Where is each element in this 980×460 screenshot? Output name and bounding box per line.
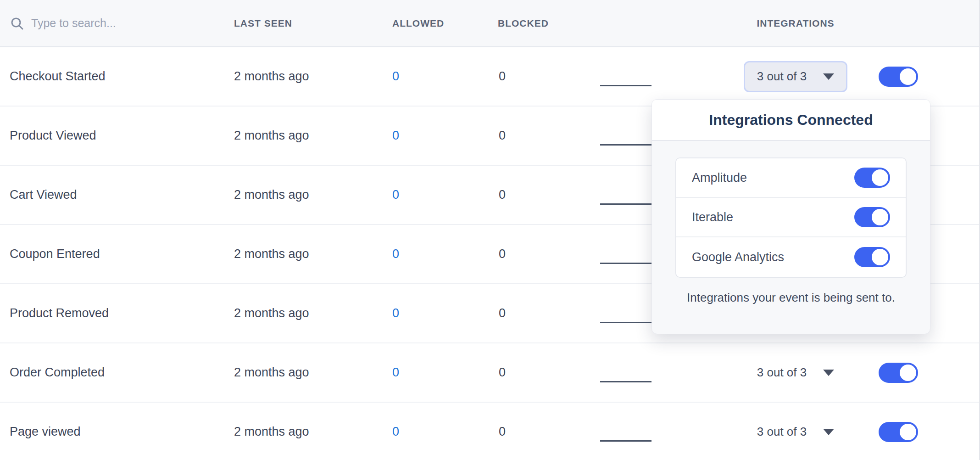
blocked-count: 0 <box>498 188 600 202</box>
integrations-dropdown[interactable]: 3 out of 3 <box>744 357 847 388</box>
blocked-count: 0 <box>498 306 600 320</box>
blocked-count: 0 <box>498 425 600 439</box>
empty-value-dash <box>600 203 651 205</box>
integration-name: Google Analytics <box>692 250 784 264</box>
blocked-count: 0 <box>498 129 600 143</box>
chevron-down-icon <box>823 370 834 376</box>
empty-value-dash <box>600 322 651 323</box>
popover-description: Integrations your event is being sent to… <box>667 291 915 305</box>
last-seen-value: 2 months ago <box>234 306 392 320</box>
integration-enabled-toggle[interactable] <box>854 247 890 267</box>
event-enabled-toggle[interactable] <box>879 67 918 87</box>
empty-value-dash <box>600 85 651 86</box>
event-name: Product Viewed <box>0 129 234 143</box>
integration-name: Iterable <box>692 210 733 224</box>
popover-header: Integrations Connected <box>652 100 930 141</box>
blocked-count: 0 <box>498 247 600 261</box>
last-seen-value: 2 months ago <box>234 365 392 380</box>
allowed-count-link[interactable]: 0 <box>392 425 399 438</box>
table-row: Checkout Started 2 months ago 0 0 3 out … <box>0 47 979 107</box>
empty-value-dash <box>600 144 651 146</box>
event-name: Cart Viewed <box>0 188 234 202</box>
empty-value-dash <box>600 263 651 264</box>
chevron-down-icon <box>823 429 834 435</box>
last-seen-value: 2 months ago <box>234 425 392 439</box>
toggle-knob <box>872 249 888 265</box>
last-seen-value: 2 months ago <box>234 69 392 84</box>
integrations-dropdown-label: 3 out of 3 <box>757 365 807 380</box>
allowed-count-link[interactable]: 0 <box>392 306 399 320</box>
column-header-blocked: BLOCKED <box>498 18 600 29</box>
blocked-count: 0 <box>498 365 600 380</box>
integrations-dropdown[interactable]: 3 out of 3 <box>744 416 847 448</box>
table-header: LAST SEEN ALLOWED BLOCKED INTEGRATIONS <box>0 0 979 47</box>
integration-name: Amplitude <box>692 171 747 185</box>
events-table-screen: LAST SEEN ALLOWED BLOCKED INTEGRATIONS C… <box>0 0 980 460</box>
search-input[interactable] <box>31 17 206 30</box>
table-row: Page viewed 2 months ago 0 0 3 out of 3 <box>0 403 979 460</box>
chevron-down-icon <box>823 73 834 80</box>
integration-row: Google Analytics <box>676 237 906 277</box>
search-box[interactable] <box>0 17 234 30</box>
last-seen-value: 2 months ago <box>234 247 392 261</box>
integrations-dropdown-label: 3 out of 3 <box>757 69 807 84</box>
empty-value-dash <box>600 440 651 442</box>
toggle-knob <box>872 169 888 186</box>
integrations-dropdown-label: 3 out of 3 <box>757 425 807 439</box>
event-name: Order Completed <box>0 365 234 380</box>
integrations-list: Amplitude Iterable Google Analytics <box>675 157 907 278</box>
integrations-dropdown[interactable]: 3 out of 3 <box>744 61 847 92</box>
integration-row: Iterable <box>676 198 906 237</box>
allowed-count-link[interactable]: 0 <box>392 365 399 379</box>
toggle-knob <box>900 68 916 85</box>
empty-value-dash <box>600 381 651 382</box>
column-header-integrations: INTEGRATIONS <box>738 18 853 29</box>
allowed-count-link[interactable]: 0 <box>392 129 399 142</box>
event-enabled-toggle[interactable] <box>879 363 918 383</box>
toggle-knob <box>872 209 888 225</box>
integration-enabled-toggle[interactable] <box>854 168 890 188</box>
allowed-count-link[interactable]: 0 <box>392 188 399 202</box>
event-name: Product Removed <box>0 306 234 320</box>
last-seen-value: 2 months ago <box>234 129 392 143</box>
event-name: Page viewed <box>0 425 234 439</box>
integration-row: Amplitude <box>676 158 906 198</box>
search-icon <box>10 17 24 30</box>
toggle-knob <box>900 424 916 440</box>
integration-enabled-toggle[interactable] <box>854 207 890 227</box>
toggle-knob <box>900 365 916 381</box>
table-row: Order Completed 2 months ago 0 0 3 out o… <box>0 343 979 403</box>
blocked-count: 0 <box>498 69 600 84</box>
event-enabled-toggle[interactable] <box>879 422 918 442</box>
column-header-allowed: ALLOWED <box>392 18 498 29</box>
last-seen-value: 2 months ago <box>234 188 392 202</box>
allowed-count-link[interactable]: 0 <box>392 247 399 261</box>
integrations-popover: Integrations Connected Amplitude Iterabl… <box>651 99 930 334</box>
allowed-count-link[interactable]: 0 <box>392 69 399 83</box>
popover-title: Integrations Connected <box>709 112 873 129</box>
event-name: Coupon Entered <box>0 247 234 261</box>
column-header-last-seen: LAST SEEN <box>234 18 392 29</box>
event-name: Checkout Started <box>0 69 234 84</box>
